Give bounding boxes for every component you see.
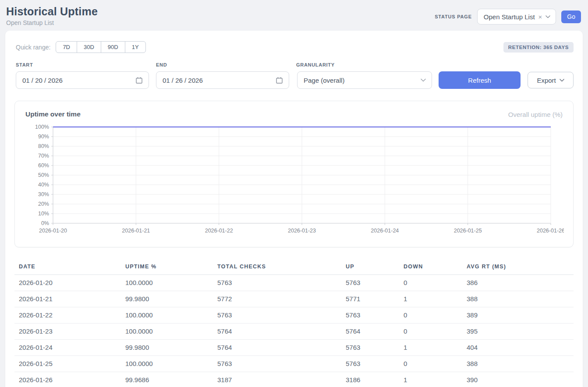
cell-down: 1 bbox=[399, 291, 462, 307]
chart-header: Uptime over time Overall uptime (%) bbox=[24, 109, 564, 123]
cell-total-checks: 5764 bbox=[213, 324, 341, 340]
end-date-value: 01 / 26 / 2026 bbox=[163, 77, 203, 84]
status-page-select[interactable]: Open Startup List × bbox=[477, 9, 556, 25]
cell-up: 5764 bbox=[341, 324, 399, 340]
svg-text:2026-01-23: 2026-01-23 bbox=[288, 228, 316, 234]
svg-text:10%: 10% bbox=[38, 211, 49, 217]
svg-text:50%: 50% bbox=[38, 172, 49, 178]
cell-up: 5763 bbox=[341, 275, 399, 291]
end-date-input[interactable]: 01 / 26 / 2026 bbox=[156, 71, 289, 89]
quick-range-7d[interactable]: 7D bbox=[56, 41, 77, 53]
page-header: Historical Uptime Open Startup List STAT… bbox=[0, 0, 588, 31]
cell-date: 2026-01-26 bbox=[14, 372, 121, 387]
quick-range-30d[interactable]: 30D bbox=[77, 41, 101, 53]
cell-up: 5763 bbox=[341, 340, 399, 356]
cell-date: 2026-01-22 bbox=[14, 307, 121, 324]
svg-text:2026-01-21: 2026-01-21 bbox=[122, 228, 150, 234]
table-row: 2026-01-2699.9686318731861390 bbox=[14, 372, 574, 387]
column-header-avg-rt-ms: AVG RT (MS) bbox=[462, 260, 574, 275]
cell-date: 2026-01-25 bbox=[14, 356, 121, 372]
column-header-uptime-pct: UPTIME % bbox=[121, 260, 213, 275]
svg-text:30%: 30% bbox=[38, 191, 49, 197]
cell-down: 0 bbox=[399, 356, 462, 372]
cell-total-checks: 5763 bbox=[213, 307, 341, 324]
cell-up: 5763 bbox=[341, 307, 399, 324]
column-header-up: UP bbox=[341, 260, 399, 275]
chart-title: Uptime over time bbox=[25, 110, 81, 118]
filters-row: START 01 / 20 / 2026 END 01 / 26 / 2026 … bbox=[14, 62, 574, 89]
table-row: 2026-01-2199.9800577257711388 bbox=[14, 291, 574, 307]
cell-down: 0 bbox=[399, 275, 462, 291]
cell-down: 1 bbox=[399, 372, 462, 387]
cell-down: 1 bbox=[399, 340, 462, 356]
status-page-label: STATUS PAGE bbox=[435, 14, 472, 19]
column-header-date: DATE bbox=[14, 260, 121, 275]
end-date-group: END 01 / 26 / 2026 bbox=[156, 62, 289, 89]
table-row: 2026-01-20100.0000576357630386 bbox=[14, 275, 574, 291]
quick-range-90d[interactable]: 90D bbox=[101, 41, 125, 53]
chevron-down-icon bbox=[545, 15, 550, 18]
column-header-down: DOWN bbox=[399, 260, 462, 275]
cell-avg-rt-ms: 390 bbox=[462, 372, 574, 387]
granularity-select[interactable]: Page (overall) bbox=[297, 71, 432, 89]
chevron-down-icon bbox=[560, 79, 564, 82]
daily-uptime-table: DATEUPTIME %TOTAL CHECKSUPDOWNAVG RT (MS… bbox=[14, 260, 574, 387]
svg-text:100%: 100% bbox=[35, 124, 49, 130]
svg-text:40%: 40% bbox=[38, 182, 49, 188]
title-block: Historical Uptime Open Startup List bbox=[6, 5, 98, 26]
calendar-icon[interactable] bbox=[276, 77, 283, 84]
cell-avg-rt-ms: 404 bbox=[462, 340, 574, 356]
end-label: END bbox=[156, 62, 289, 67]
cell-uptime-pct: 100.0000 bbox=[121, 307, 213, 324]
cell-uptime-pct: 99.9686 bbox=[121, 372, 213, 387]
page-title: Historical Uptime bbox=[6, 5, 98, 18]
cell-uptime-pct: 100.0000 bbox=[121, 275, 213, 291]
start-date-input[interactable]: 01 / 20 / 2026 bbox=[16, 71, 149, 89]
cell-avg-rt-ms: 388 bbox=[462, 356, 574, 372]
start-label: START bbox=[16, 62, 149, 67]
start-date-value: 01 / 20 / 2026 bbox=[22, 77, 63, 84]
chevron-down-icon bbox=[421, 78, 426, 82]
table-row: 2026-01-2499.9800576457631404 bbox=[14, 340, 574, 356]
retention-badge: RETENTION: 365 DAYS bbox=[503, 42, 574, 53]
refresh-button[interactable]: Refresh bbox=[439, 71, 521, 89]
cell-total-checks: 5772 bbox=[213, 291, 341, 307]
cell-up: 5771 bbox=[341, 291, 399, 307]
svg-text:2026-01-20: 2026-01-20 bbox=[39, 228, 67, 234]
column-header-total-checks: TOTAL CHECKS bbox=[213, 260, 341, 275]
cell-total-checks: 5763 bbox=[213, 356, 341, 372]
svg-text:2026-01-26: 2026-01-26 bbox=[537, 228, 564, 234]
svg-text:20%: 20% bbox=[38, 201, 49, 207]
cell-avg-rt-ms: 389 bbox=[462, 307, 574, 324]
status-page-controls: STATUS PAGE Open Startup List × Go bbox=[435, 9, 581, 25]
svg-text:2026-01-25: 2026-01-25 bbox=[454, 228, 482, 234]
page-subtitle: Open Startup List bbox=[6, 19, 98, 26]
svg-text:80%: 80% bbox=[38, 143, 49, 149]
cell-avg-rt-ms: 388 bbox=[462, 291, 574, 307]
clear-selection-icon[interactable]: × bbox=[538, 14, 542, 20]
quick-range-buttons: 7D30D90D1Y bbox=[56, 41, 145, 53]
granularity-value: Page (overall) bbox=[304, 77, 344, 84]
cell-avg-rt-ms: 386 bbox=[462, 275, 574, 291]
table-header-row: DATEUPTIME %TOTAL CHECKSUPDOWNAVG RT (MS… bbox=[14, 260, 574, 275]
main-panel: Quick range: 7D30D90D1Y RETENTION: 365 D… bbox=[5, 31, 583, 387]
cell-down: 0 bbox=[399, 324, 462, 340]
svg-text:2026-01-24: 2026-01-24 bbox=[371, 228, 399, 234]
quick-range-label: Quick range: bbox=[16, 44, 50, 51]
export-button[interactable]: Export bbox=[528, 72, 574, 88]
export-label: Export bbox=[537, 77, 556, 84]
cell-uptime-pct: 99.9800 bbox=[121, 340, 213, 356]
cell-total-checks: 5764 bbox=[213, 340, 341, 356]
go-button[interactable]: Go bbox=[561, 11, 581, 23]
cell-date: 2026-01-24 bbox=[14, 340, 121, 356]
calendar-icon[interactable] bbox=[135, 77, 143, 84]
cell-up: 5763 bbox=[341, 356, 399, 372]
uptime-chart-card: Uptime over time Overall uptime (%) 0%10… bbox=[14, 101, 574, 247]
quick-range-1y[interactable]: 1Y bbox=[125, 41, 146, 53]
svg-text:70%: 70% bbox=[38, 153, 49, 159]
svg-text:2026-01-22: 2026-01-22 bbox=[205, 228, 233, 234]
svg-text:60%: 60% bbox=[38, 162, 49, 169]
svg-text:0%: 0% bbox=[41, 220, 49, 226]
granularity-group: GRANULARITY Page (overall) bbox=[296, 62, 432, 89]
cell-date: 2026-01-20 bbox=[14, 275, 121, 291]
